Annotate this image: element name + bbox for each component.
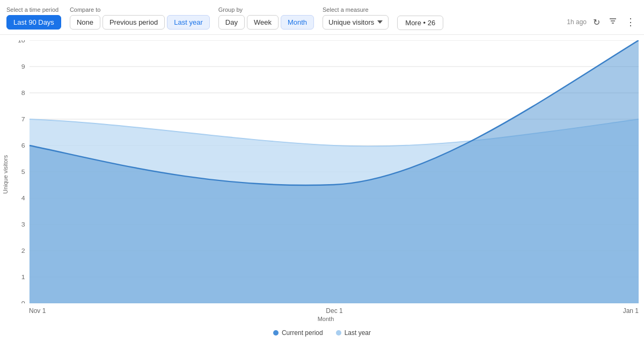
svg-text:6: 6 (21, 142, 25, 149)
legend-last-year-dot (336, 330, 341, 336)
measure-label: Select a measure (323, 6, 389, 13)
chart-area: 10 9 8 7 6 5 4 3 2 1 0 (13, 40, 644, 325)
refresh-icon: ↻ (593, 17, 600, 27)
group-by-group: Group by Day Week Month (218, 6, 314, 30)
group-month-button[interactable]: Month (281, 15, 314, 30)
last-90-days-button[interactable]: Last 90 Days (6, 15, 61, 30)
chart-legend: Current period Last year (0, 325, 644, 339)
y-axis-label: Unique visitors (0, 40, 13, 309)
time-period-label: Select a time period (6, 6, 61, 13)
svg-text:4: 4 (21, 194, 25, 201)
svg-text:10: 10 (18, 40, 25, 44)
compare-none-button[interactable]: None (70, 15, 100, 30)
legend-current-dot (273, 330, 279, 336)
measure-value: Unique visitors (328, 18, 374, 26)
measure-select[interactable]: Unique visitors (323, 15, 389, 30)
x-label-dec: Dec 1 (326, 307, 342, 315)
filter-button[interactable] (606, 14, 619, 30)
more-button[interactable]: More • 26 (397, 16, 443, 30)
legend-last-year-label: Last year (345, 329, 371, 337)
legend-current-label: Current period (282, 329, 323, 337)
compare-last-year-button[interactable]: Last year (167, 15, 209, 30)
measure-group: Select a measure Unique visitors (323, 6, 389, 30)
group-week-button[interactable]: Week (247, 15, 279, 30)
svg-text:5: 5 (21, 168, 25, 175)
toolbar-actions: 1h ago ↻ ⋮ (567, 14, 638, 30)
filter-icon (609, 17, 617, 27)
chart-svg: 10 9 8 7 6 5 4 3 2 1 0 (13, 40, 639, 303)
svg-text:0: 0 (21, 300, 25, 303)
toolbar: Select a time period Last 90 Days Compar… (0, 0, 644, 35)
compare-to-label: Compare to (70, 6, 210, 13)
legend-current: Current period (273, 329, 323, 337)
legend-last-year: Last year (336, 329, 371, 337)
group-day-button[interactable]: Day (218, 15, 245, 30)
compare-previous-button[interactable]: Previous period (103, 15, 165, 30)
x-label-jan: Jan 1 (623, 307, 639, 315)
more-vert-icon: ⋮ (626, 16, 635, 28)
x-label-nov: Nov 1 (29, 307, 46, 315)
chevron-down-icon (377, 19, 383, 25)
time-ago-label: 1h ago (567, 18, 587, 26)
group-by-label: Group by (218, 6, 314, 13)
svg-text:3: 3 (21, 221, 25, 228)
refresh-button[interactable]: ↻ (591, 15, 602, 30)
svg-text:7: 7 (21, 115, 25, 122)
more-vert-button[interactable]: ⋮ (624, 14, 638, 30)
svg-text:2: 2 (21, 247, 25, 254)
x-axis-unit: Month (13, 316, 639, 322)
group-by-btn-group: Day Week Month (218, 15, 314, 30)
compare-to-group: Compare to None Previous period Last yea… (70, 6, 210, 30)
chart-wrapper: Unique visitors 10 9 8 7 6 (0, 40, 644, 325)
svg-text:8: 8 (21, 89, 25, 96)
time-period-group: Select a time period Last 90 Days (6, 6, 61, 30)
svg-text:9: 9 (21, 63, 25, 70)
time-period-btn-group: Last 90 Days (6, 15, 61, 30)
chart-container: Unique visitors 10 9 8 7 6 (0, 35, 644, 352)
compare-btn-group: None Previous period Last year (70, 15, 210, 30)
svg-text:1: 1 (21, 273, 25, 280)
